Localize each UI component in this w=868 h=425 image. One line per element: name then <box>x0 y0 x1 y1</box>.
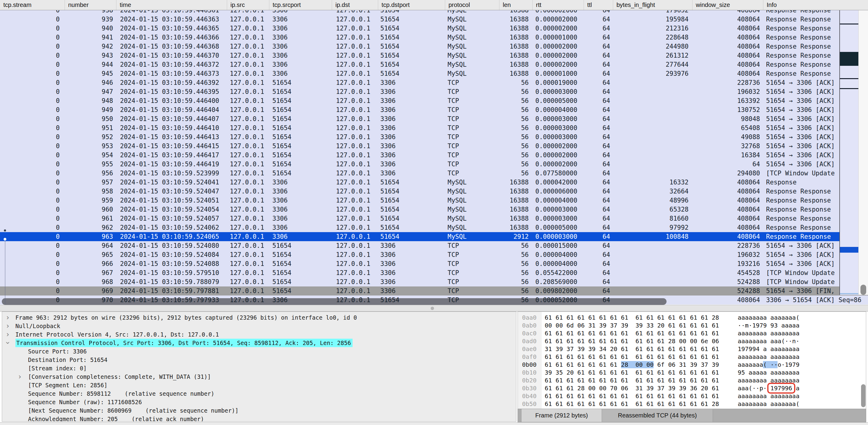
packet-row[interactable]: 09432024-01-15 03:10:59.446370127.0.0.13… <box>0 51 868 60</box>
hex-row[interactable]: 0ac061 61 61 61 61 61 61 61 61 61 61 61 … <box>518 329 866 337</box>
packet-row[interactable]: 09702024-01-15 03:10:59.797933127.0.0.13… <box>0 295 868 305</box>
minimap-mark <box>840 78 858 79</box>
vertical-scrollbar-track[interactable] <box>858 10 868 295</box>
packet-row[interactable]: 09672024-01-15 03:10:59.579510127.0.0.15… <box>0 268 868 277</box>
pane-splitter[interactable] <box>0 305 868 312</box>
detail-tree-item[interactable]: Sequence Number (raw): 1171608526 <box>2 398 516 406</box>
column-header-proto[interactable]: protocol <box>445 0 499 10</box>
hex-row[interactable]: 0b0061 61 61 61 61 61 61 28 00 00 6f 06 … <box>518 361 866 369</box>
detail-tree-item[interactable]: ›Transmission Control Protocol, Src Port… <box>2 339 516 347</box>
cell-stream: 0 <box>0 160 65 169</box>
hex-row[interactable]: 0ae031 39 37 39 39 34 20 61 61 61 61 61 … <box>518 345 866 353</box>
chevron-expanded-icon[interactable]: › <box>4 341 12 344</box>
chevron-collapsed-icon[interactable]: › <box>6 313 9 322</box>
column-header-ttl[interactable]: ttl <box>584 0 613 10</box>
packet-row[interactable]: 09602024-01-15 03:10:59.524054127.0.0.13… <box>0 205 868 214</box>
hex-row[interactable]: 0b2061 61 61 61 61 61 61 61 61 61 61 61 … <box>518 376 866 384</box>
packet-row[interactable]: 09612024-01-15 03:10:59.524057127.0.0.13… <box>0 214 868 223</box>
hex-scrollbar-thumb[interactable] <box>861 384 866 407</box>
hex-row[interactable]: 0b3061 61 61 28 00 00 70 06 31 39 37 39 … <box>518 384 866 392</box>
tab-frame-bytes[interactable]: Frame (2912 bytes) <box>521 409 602 422</box>
column-header-bif[interactable]: bytes_in_flight <box>613 0 692 10</box>
cell-dst: 127.0.0.1 <box>332 42 378 51</box>
packet-row[interactable]: 09422024-01-15 03:10:59.446368127.0.0.13… <box>0 42 868 51</box>
chevron-collapsed-icon[interactable]: › <box>6 322 9 330</box>
packet-row[interactable]: 09402024-01-15 03:10:59.446365127.0.0.13… <box>0 24 868 33</box>
hex-row[interactable]: 0ab000 00 6d 06 31 39 37 39 39 33 20 61 … <box>518 321 866 329</box>
packet-row[interactable]: 09472024-01-15 03:10:59.446395127.0.0.15… <box>0 87 868 96</box>
packet-row[interactable]: 09572024-01-15 03:10:59.524041127.0.0.13… <box>0 178 868 187</box>
cell-win: 193216 <box>692 259 763 268</box>
hex-row[interactable]: 0b5061 61 61 61 61 61 61 61 61 61 61 61 … <box>518 400 866 408</box>
hex-row[interactable]: 0b4061 61 61 61 61 61 61 61 61 61 61 61 … <box>518 392 866 400</box>
packet-row[interactable]: 09652024-01-15 03:10:59.524084127.0.0.15… <box>0 250 868 259</box>
detail-tree-item[interactable]: ›Internet Protocol Version 4, Src: 127.0… <box>2 330 516 339</box>
vertical-scrollbar-thumb[interactable] <box>861 285 866 295</box>
packet-row[interactable]: 09552024-01-15 03:10:59.446419127.0.0.15… <box>0 160 868 169</box>
hex-bytes-segment: 61 61 61 61 61 61 61 61 61 61 61 28 00 0… <box>545 337 719 345</box>
intelligent-scrollbar-map[interactable] <box>839 10 858 295</box>
hex-row[interactable]: 0ad061 61 61 61 61 61 61 61 61 61 61 28 … <box>518 337 866 345</box>
detail-tree-item[interactable]: [TCP Segment Len: 2856] <box>2 381 516 389</box>
packet-row[interactable]: 09442024-01-15 03:10:59.446372127.0.0.13… <box>0 60 868 69</box>
column-header-len[interactable]: len <box>499 0 532 10</box>
column-header-dport[interactable]: tcp.dstport <box>378 0 445 10</box>
detail-tree-item[interactable]: [Next Sequence Number: 8600969 (relative… <box>2 406 516 415</box>
cell-dst: 127.0.0.1 <box>332 286 378 295</box>
packet-row[interactable]: 09642024-01-15 03:10:59.524080127.0.0.15… <box>0 241 868 250</box>
tab-reassembled-tcp[interactable]: Reassembled TCP (44 bytes) <box>602 409 713 422</box>
column-header-rtt[interactable]: rtt <box>532 0 584 10</box>
detail-tree-item[interactable]: Destination Port: 51654 <box>2 356 516 364</box>
packet-row[interactable]: 09542024-01-15 03:10:59.446417127.0.0.15… <box>0 151 868 160</box>
chevron-collapsed-icon[interactable]: › <box>6 330 9 339</box>
packet-row[interactable]: 09502024-01-15 03:10:59.446407127.0.0.15… <box>0 114 868 123</box>
hex-row[interactable]: 0b1039 35 20 61 61 61 61 61 61 61 61 61 … <box>518 369 866 376</box>
cell-no: 940 <box>65 24 116 33</box>
packet-row[interactable]: 09582024-01-15 03:10:59.524047127.0.0.13… <box>0 187 868 196</box>
packet-row[interactable]: 09662024-01-15 03:10:59.524088127.0.0.15… <box>0 259 868 268</box>
packet-row[interactable]: 09522024-01-15 03:10:59.446413127.0.0.15… <box>0 133 868 142</box>
detail-tree-item[interactable]: Sequence Number: 8598112 (relative seque… <box>2 389 516 398</box>
packet-row[interactable]: 09692024-01-15 03:10:59.797881127.0.0.15… <box>0 286 868 295</box>
chevron-collapsed-icon[interactable]: › <box>19 372 22 381</box>
cell-bif: 48996 <box>613 196 692 205</box>
packet-row[interactable]: 09412024-01-15 03:10:59.446366127.0.0.13… <box>0 33 868 42</box>
packet-row[interactable]: 09492024-01-15 03:10:59.446404127.0.0.15… <box>0 105 868 114</box>
packet-row[interactable]: 09462024-01-15 03:10:59.446392127.0.0.15… <box>0 78 868 87</box>
column-header-dst[interactable]: ip.dst <box>332 0 378 10</box>
packet-row[interactable]: 09592024-01-15 03:10:59.524051127.0.0.13… <box>0 196 868 205</box>
cell-dst: 127.0.0.1 <box>332 87 378 96</box>
column-header-win[interactable]: window_size <box>692 0 763 10</box>
packet-row[interactable]: 09562024-01-15 03:10:59.523999127.0.0.15… <box>0 169 868 178</box>
packet-row[interactable]: 09682024-01-15 03:10:59.788079127.0.0.15… <box>0 277 868 286</box>
detail-tree-item[interactable]: ›Null/Loopback <box>2 322 516 330</box>
detail-tree-item[interactable]: Acknowledgment Number: 205 (relative ack… <box>2 415 516 422</box>
cell-proto: TCP <box>445 277 499 286</box>
packet-row[interactable]: 09392024-01-15 03:10:59.446363127.0.0.13… <box>0 15 868 24</box>
column-header-info[interactable]: Info <box>763 0 868 10</box>
packet-row[interactable]: 09622024-01-15 03:10:59.524062127.0.0.13… <box>0 223 868 232</box>
cell-dport: 3306 <box>378 241 445 250</box>
packet-row[interactable]: 09482024-01-15 03:10:59.446400127.0.0.15… <box>0 96 868 105</box>
detail-tree-item[interactable]: ›Frame 963: 2912 bytes on wire (23296 bi… <box>2 313 516 322</box>
packet-row[interactable]: 09512024-01-15 03:10:59.446410127.0.0.15… <box>0 123 868 133</box>
column-header-src[interactable]: ip.src <box>227 0 269 10</box>
cell-rtt: 0.000015000 <box>532 241 584 250</box>
detail-tree-item[interactable]: Source Port: 3306 <box>2 347 516 356</box>
packet-row[interactable]: 09632024-01-15 03:10:59.524065127.0.0.13… <box>0 232 868 241</box>
column-header-time[interactable]: time <box>116 0 227 10</box>
hex-row[interactable]: 0af061 61 61 61 61 61 61 61 61 61 61 61 … <box>518 353 866 361</box>
cell-bif <box>613 160 692 169</box>
column-header-stream[interactable]: tcp.stream <box>0 0 65 10</box>
detail-tree-item[interactable]: [Stream index: 0] <box>2 364 516 372</box>
cell-no: 969 <box>65 286 116 295</box>
column-header-no[interactable]: number <box>65 0 116 10</box>
hex-row[interactable]: 0aa061 61 61 61 61 61 61 61 61 61 61 61 … <box>518 314 866 321</box>
cell-time: 2024-01-15 03:10:59.446404 <box>116 105 227 114</box>
column-header-sport[interactable]: tcp.srcport <box>269 0 332 10</box>
cell-dport: 3306 <box>378 123 445 133</box>
packet-row[interactable]: 09532024-01-15 03:10:59.446415127.0.0.15… <box>0 142 868 151</box>
cell-proto: MySQL <box>445 205 499 214</box>
packet-row[interactable]: 09452024-01-15 03:10:59.446373127.0.0.13… <box>0 69 868 78</box>
detail-tree-item[interactable]: ›[Conversation completeness: Complete, W… <box>2 372 516 381</box>
